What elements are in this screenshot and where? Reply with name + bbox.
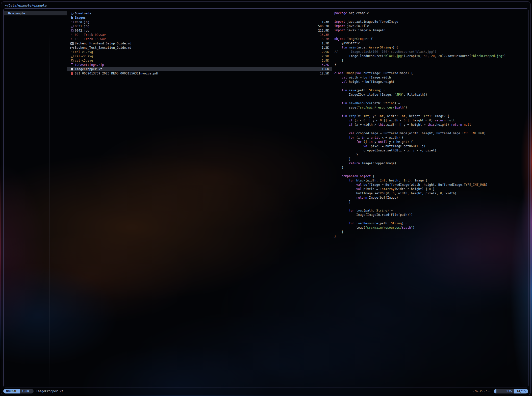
file-name: 0028.jpg xyxy=(75,20,320,24)
file-row[interactable]: 0028.jpg1.3M xyxy=(67,20,332,24)
file-row[interactable]: example xyxy=(4,11,67,15)
image-icon xyxy=(70,59,74,62)
code-line: val buffImage = BufferedImage(width, hei… xyxy=(334,183,528,187)
code-line xyxy=(334,110,528,114)
file-name: 15 - Track 15.wav xyxy=(75,37,318,41)
file-row[interactable]: 15 - Track 15.wav15.3M xyxy=(67,37,332,41)
code-line: fun load(path: String) = xyxy=(334,208,528,213)
code-line: return Image(buffImage) xyxy=(334,196,528,200)
code-line: @JvmStatic xyxy=(334,41,528,45)
file-size: 2.9K xyxy=(322,50,329,54)
file-name: 0042.jpg xyxy=(75,29,316,32)
parent-directory-pane: example xyxy=(4,9,67,387)
headphones-icon xyxy=(70,37,74,41)
file-size: 1.6K xyxy=(322,67,329,71)
file-size: 586.3K xyxy=(318,24,329,28)
folder-icon xyxy=(70,16,74,19)
code-line: fun crop(x: Int, y: Int, width: Int, hei… xyxy=(334,114,528,118)
file-name: Downloads xyxy=(75,12,327,15)
file-row[interactable]: Backend_Frontend_Setup_Guide.md1.7K xyxy=(67,41,332,45)
file-name: Images xyxy=(75,16,327,19)
file-row[interactable]: 09 - Track 09.wav15.3M xyxy=(67,33,332,37)
image-icon xyxy=(70,55,74,58)
code-line: load("src/main/resources/$path") xyxy=(334,226,528,230)
code-line: package org.example xyxy=(334,11,528,15)
file-size: 15.3M xyxy=(320,33,329,37)
code-line: class Image(val buffImage: BufferedImage… xyxy=(334,71,528,75)
code-line xyxy=(334,84,528,88)
code-line: fun loadResource(path: String) = xyxy=(334,221,528,226)
file-row[interactable]: cal-c1.svg2.9K xyxy=(67,50,332,54)
code-line: } xyxy=(334,200,528,204)
file-name: cal-c2.svg xyxy=(75,55,320,58)
code-line: if (x + width > this.width || y + height… xyxy=(334,123,528,127)
code-line: // Image.black(100, 100).saveResource("b… xyxy=(334,50,528,54)
status-right-group: -rw-r--r-- 93% 14/15 xyxy=(473,389,528,393)
code-line: } xyxy=(334,157,528,161)
code-line: ImageIO.write(buffImage, "JPG", File(pat… xyxy=(334,93,528,97)
file-row[interactable]: Images xyxy=(67,15,332,20)
file-name: SBI_0032013739_2023_DE05_0003155631Invoi… xyxy=(75,72,318,75)
code-line: import java.awt.image.BufferedImage xyxy=(334,20,528,24)
file-name: Backend_Test_Execution_Guide.md xyxy=(75,46,320,49)
file-row[interactable]: cal-c3.svg2.9K xyxy=(67,58,332,63)
file-row[interactable]: ImageCropper.kt1.6K xyxy=(67,67,332,71)
code-line: buffImage.setRGB(0, 0, width, height, pi… xyxy=(334,191,528,196)
powerline-cap-icon xyxy=(31,389,34,393)
file-row[interactable]: Backend_Test_Execution_Guide.md1.3K xyxy=(67,45,332,50)
code-line: } xyxy=(334,63,528,67)
file-row[interactable]: Downloads xyxy=(67,11,332,15)
code-line: return Image(croppedImage) xyxy=(334,161,528,166)
file-row[interactable]: IDEAsettings.zip5.2K xyxy=(67,63,332,67)
scroll-percent: 93% xyxy=(496,389,514,393)
code-line xyxy=(334,127,528,131)
file-name: IDEAsettings.zip xyxy=(75,63,320,67)
file-name: example xyxy=(12,12,62,15)
code-line: val pixels = IntArray(width * height) { … xyxy=(334,187,528,191)
code-line xyxy=(334,217,528,221)
image-icon xyxy=(70,24,74,28)
document-icon xyxy=(70,67,74,71)
terminal-window: ~/Data/example/example example Downloads… xyxy=(1,2,530,395)
code-line: Image(ImageIO.read(File(path))) xyxy=(334,213,528,217)
file-size: 212.9K xyxy=(318,29,329,32)
code-line xyxy=(334,33,528,37)
code-line: Image.loadResource("black.jpg").crop(50,… xyxy=(334,54,528,58)
headphones-icon xyxy=(70,33,74,36)
code-line xyxy=(334,67,528,71)
code-line: } xyxy=(334,58,528,63)
code-line: } xyxy=(334,234,528,239)
powerline-left-cap-icon xyxy=(494,389,496,393)
file-row[interactable]: SBI_0032013739_2023_DE05_0003155631Invoi… xyxy=(67,71,332,75)
file-row[interactable]: cal-c2.svg2.9K xyxy=(67,54,332,58)
code-line: val height = buffImage.height xyxy=(334,80,528,84)
code-line: if (x < 0 || y < 0 || width < 0 || heigh… xyxy=(334,118,528,123)
status-left-group: NORMAL 1.6K ImageCropper.kt xyxy=(3,389,63,393)
code-line: croppedImage.setRGB(i - x, j - y, pixel) xyxy=(334,148,528,153)
file-list-pane: Downloads Images 0028.jpg1.3M 0031.jpg58… xyxy=(67,9,332,387)
file-size: 15.3M xyxy=(320,37,329,41)
code-line xyxy=(334,97,528,101)
code-line: companion object { xyxy=(334,174,528,178)
code-line: } xyxy=(334,166,528,170)
code-line xyxy=(334,204,528,208)
file-row[interactable]: 0042.jpg212.9K xyxy=(67,28,332,33)
file-size: 2.9K xyxy=(322,55,329,58)
status-bar: NORMAL 1.6K ImageCropper.kt -rw-r--r-- 9… xyxy=(3,389,528,394)
code-line xyxy=(334,170,528,174)
file-size: 12.5K xyxy=(320,72,329,75)
markdown-icon xyxy=(70,46,74,49)
code-preview: package org.example import java.awt.imag… xyxy=(332,11,528,239)
code-line: save("src/main/resources/$path") xyxy=(334,105,528,110)
image-icon xyxy=(70,20,74,23)
file-size: 1.3K xyxy=(322,46,329,49)
file-size: 2.9K xyxy=(322,59,329,62)
code-line: val croppedImage = BufferedImage(width, … xyxy=(334,131,528,136)
code-line: val width = buffImage.width xyxy=(334,75,528,80)
code-line: val pixel = buffImage.getRGB(i, j) xyxy=(334,144,528,148)
image-icon xyxy=(70,50,74,54)
code-line: for (i in x until x + width) { xyxy=(334,136,528,140)
status-filename: ImageCropper.kt xyxy=(36,389,63,393)
file-row[interactable]: 0031.jpg586.3K xyxy=(67,24,332,28)
file-permissions: -rw-r--r-- xyxy=(473,389,491,393)
